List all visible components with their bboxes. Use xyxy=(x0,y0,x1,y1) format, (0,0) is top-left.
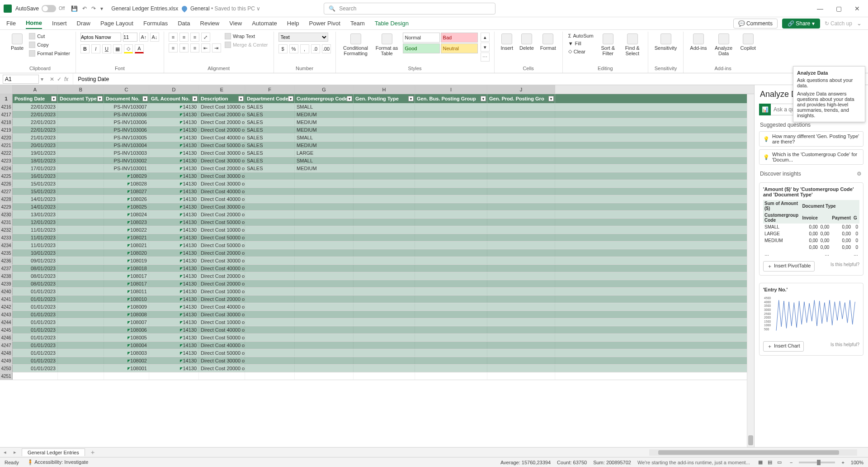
cell[interactable] xyxy=(487,303,555,310)
cell[interactable]: ◤14130 xyxy=(149,280,199,287)
cell[interactable] xyxy=(415,272,487,280)
cell[interactable] xyxy=(58,319,104,326)
cell[interactable]: SALES xyxy=(245,126,295,133)
align-right-icon[interactable]: ≡ xyxy=(190,43,199,52)
cell[interactable] xyxy=(104,372,149,380)
cell[interactable] xyxy=(487,334,555,341)
analyze-data-button[interactable]: Analyze Data xyxy=(712,33,736,57)
table-row[interactable]: 422715/01/2023◤108027◤14130Direct Cost 4… xyxy=(0,188,754,195)
currency-icon[interactable]: $ xyxy=(278,44,288,53)
cell[interactable] xyxy=(58,126,104,133)
cell[interactable]: PS-INV103003 xyxy=(104,149,149,157)
cell[interactable] xyxy=(415,119,487,126)
filter-icon[interactable]: ▾ xyxy=(481,96,486,101)
cancel-formula-icon[interactable]: ✕ xyxy=(50,76,54,82)
helpful-2[interactable]: Is this helpful? xyxy=(830,342,859,347)
table-header-8[interactable]: Gen. Bus. Posting Group▾ xyxy=(415,94,487,103)
cell[interactable]: Direct Cost 10000 o xyxy=(199,103,245,110)
cell[interactable]: ◤108004 xyxy=(104,342,149,349)
cell[interactable] xyxy=(487,226,555,234)
table-header-4[interactable]: Description▾ xyxy=(199,94,245,103)
cell[interactable]: ◤14130 xyxy=(149,342,199,349)
cell[interactable] xyxy=(58,103,104,110)
cell[interactable]: 01/01/2023 xyxy=(13,319,58,326)
zoom-thumb[interactable] xyxy=(817,460,821,465)
cell[interactable]: 12/01/2023 xyxy=(13,219,58,226)
cell[interactable] xyxy=(354,334,415,341)
cell[interactable] xyxy=(415,249,487,257)
cell[interactable]: MEDIUM xyxy=(295,165,354,172)
underline-button[interactable]: U xyxy=(102,44,111,53)
cell[interactable] xyxy=(487,272,555,280)
cell[interactable]: 15/01/2023 xyxy=(13,180,58,187)
cell[interactable] xyxy=(295,272,354,280)
sheet-nav-prev[interactable]: ◂ xyxy=(0,449,10,455)
row-header[interactable]: 4233 xyxy=(0,234,13,241)
cell[interactable] xyxy=(295,342,354,349)
cell[interactable]: 11/01/2023 xyxy=(13,242,58,249)
table-row[interactable]: 422021/01/2023PS-INV103005◤14130Direct C… xyxy=(0,134,754,142)
cell[interactable] xyxy=(149,372,199,380)
cell[interactable] xyxy=(415,288,487,295)
cell[interactable]: 01/01/2023 xyxy=(13,303,58,310)
cell[interactable]: ◤14130 xyxy=(149,265,199,272)
cell[interactable]: ◤14130 xyxy=(149,126,199,133)
table-row[interactable]: 423708/01/2023◤108018◤14130Direct Cost 4… xyxy=(0,265,754,272)
cell[interactable] xyxy=(58,342,104,349)
cell[interactable]: Direct Cost 50000 o xyxy=(199,334,245,341)
row-header[interactable]: 4231 xyxy=(0,219,13,226)
cell[interactable] xyxy=(58,119,104,126)
enter-formula-icon[interactable]: ✓ xyxy=(57,76,61,82)
row-header[interactable]: 4248 xyxy=(0,349,13,357)
cell[interactable]: Direct Cost 20000 o xyxy=(199,280,245,287)
cell[interactable] xyxy=(487,288,555,295)
cell[interactable] xyxy=(245,357,295,364)
style-neutral[interactable]: Neutral xyxy=(441,43,478,53)
cell[interactable]: ◤14130 xyxy=(149,272,199,280)
cell[interactable] xyxy=(295,365,354,372)
cell[interactable]: ◤14130 xyxy=(149,188,199,195)
format-as-table-button[interactable]: Format as Table xyxy=(374,33,400,57)
comma-icon[interactable]: , xyxy=(300,44,309,53)
cell[interactable]: ◤108024 xyxy=(104,211,149,218)
cell[interactable] xyxy=(487,234,555,241)
cell[interactable] xyxy=(245,257,295,264)
number-format-combo[interactable]: Text xyxy=(278,33,328,42)
suggestion-2[interactable]: 💡Which is the 'Customergroup Code' for '… xyxy=(759,149,863,165)
cell[interactable] xyxy=(295,280,354,287)
cell[interactable]: SALES xyxy=(245,157,295,164)
table-row[interactable]: 424101/01/2023◤108010◤14130Direct Cost 2… xyxy=(0,295,754,303)
table-row[interactable]: 423808/01/2023◤108017◤14130Direct Cost 2… xyxy=(0,272,754,280)
cell[interactable] xyxy=(415,334,487,341)
cell[interactable] xyxy=(354,288,415,295)
cell[interactable]: LARGE xyxy=(295,149,354,157)
cell[interactable]: PS-INV103004 xyxy=(104,142,149,149)
cell[interactable]: ◤14130 xyxy=(149,365,199,372)
cell[interactable] xyxy=(245,349,295,357)
cell[interactable]: ◤14130 xyxy=(149,357,199,364)
cell[interactable] xyxy=(295,311,354,318)
cell[interactable] xyxy=(354,311,415,318)
sort-filter-button[interactable]: Sort & Filter xyxy=(597,33,619,57)
search-box[interactable]: 🔍 Search xyxy=(324,3,495,14)
cell[interactable] xyxy=(295,172,354,180)
cell[interactable] xyxy=(58,334,104,341)
percent-icon[interactable]: % xyxy=(289,44,298,53)
row-header[interactable]: 4249 xyxy=(0,357,13,364)
cell[interactable]: ◤14130 xyxy=(149,149,199,157)
cell[interactable] xyxy=(487,342,555,349)
font-name-combo[interactable] xyxy=(80,33,121,42)
cell[interactable] xyxy=(415,142,487,149)
cell[interactable]: SMALL xyxy=(295,157,354,164)
cell[interactable] xyxy=(295,234,354,241)
cell[interactable] xyxy=(245,226,295,234)
cell[interactable]: Direct Cost 20000 o xyxy=(199,165,245,172)
cell[interactable]: MEDIUM xyxy=(295,142,354,149)
cell[interactable] xyxy=(245,365,295,372)
col-header-D[interactable]: D xyxy=(149,85,199,94)
row-header[interactable]: 4222 xyxy=(0,149,13,157)
sheet-tab-active[interactable]: General Ledger Entries xyxy=(22,448,85,456)
helpful-1[interactable]: Is this helpful? xyxy=(830,262,859,267)
cell[interactable]: ◤14130 xyxy=(149,157,199,164)
col-header-A[interactable]: A xyxy=(13,85,58,94)
